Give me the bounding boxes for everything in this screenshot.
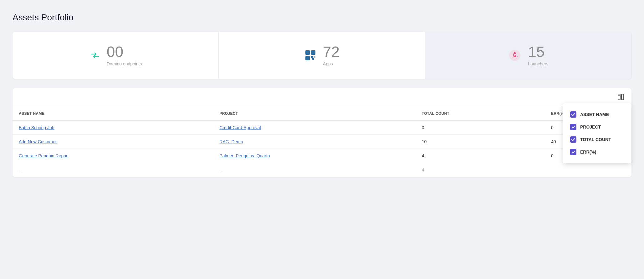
- svg-rect-16: [621, 94, 624, 100]
- dropdown-item-col-asset-name[interactable]: ASSET NAME: [569, 108, 625, 121]
- svg-rect-1: [311, 50, 315, 55]
- asset-name-link[interactable]: Batch Scoring Job: [19, 125, 54, 130]
- table-row: ......4: [13, 163, 631, 177]
- checkbox-checked-icon: [570, 124, 576, 130]
- checkbox-checked-icon: [570, 111, 576, 118]
- stat-card-apps[interactable]: 72 Apps: [219, 32, 425, 79]
- checkbox-checked-icon: [570, 149, 576, 155]
- svg-point-8: [513, 58, 514, 58]
- stat-value-domino: 00: [107, 44, 142, 59]
- project-link[interactable]: Palmer_Penguins_Quarto: [219, 153, 270, 158]
- column-selector-dropdown: ASSET NAME PROJECT TOTAL COUNT ERR(%): [563, 103, 631, 163]
- project-link[interactable]: ...: [219, 167, 223, 172]
- dropdown-item-label: TOTAL COUNT: [580, 137, 611, 142]
- dropdown-item-label: PROJECT: [580, 124, 601, 129]
- page-title: Assets Portfolio: [13, 13, 631, 23]
- svg-rect-5: [314, 56, 315, 58]
- col-header-total-count: TOTAL COUNT: [416, 107, 545, 120]
- project-link[interactable]: Credit-Card-Approval: [219, 125, 261, 130]
- table-row: Generate Penguin ReportPalmer_Penguins_Q…: [13, 149, 631, 163]
- col-header-asset-name: ASSET NAME: [13, 107, 213, 120]
- col-header-project: PROJECT: [213, 107, 415, 120]
- checkbox-checked-icon: [570, 136, 576, 143]
- stat-card-domino-endpoints[interactable]: 00 Domino endpoints: [13, 32, 219, 79]
- assets-table: ASSET NAME PROJECT TOTAL COUNT ERR(%) Ba…: [13, 107, 631, 177]
- stat-info-domino: 00 Domino endpoints: [107, 44, 142, 66]
- svg-rect-3: [312, 58, 314, 60]
- svg-rect-0: [305, 50, 310, 55]
- stat-label-apps: Apps: [323, 61, 340, 66]
- total-count-cell: 0: [416, 120, 545, 135]
- svg-point-10: [512, 56, 512, 56]
- table-header-row: ASSET NAME PROJECT TOTAL COUNT ERR(%): [13, 107, 631, 120]
- asset-name-link[interactable]: ...: [19, 167, 23, 172]
- stat-value-launchers: 15: [528, 44, 548, 59]
- arrows-icon: [89, 50, 100, 61]
- project-link[interactable]: RAG_Demo: [219, 139, 243, 144]
- svg-rect-2: [305, 56, 310, 60]
- stat-label-domino: Domino endpoints: [107, 61, 142, 66]
- stat-info-launchers: 15 Launchers: [528, 44, 548, 66]
- rocket-icon: [508, 48, 522, 62]
- svg-rect-15: [618, 94, 620, 100]
- table-section: ASSET NAME PROJECT TOTAL COUNT ERR(%) Ba…: [13, 88, 631, 177]
- dropdown-item-col-project[interactable]: PROJECT: [569, 121, 625, 133]
- err-pct-cell: [545, 163, 631, 177]
- stat-info-apps: 72 Apps: [323, 44, 340, 66]
- stat-value-apps: 72: [323, 44, 340, 59]
- total-count-cell: 10: [416, 135, 545, 149]
- svg-point-12: [514, 59, 514, 59]
- table-row: Batch Scoring JobCredit-Card-Approval00: [13, 120, 631, 135]
- stat-card-launchers[interactable]: 15 Launchers: [425, 32, 631, 79]
- apps-grid-icon: [304, 49, 317, 62]
- total-count-cell: 4: [416, 163, 545, 177]
- svg-point-9: [516, 58, 517, 59]
- total-count-cell: 4: [416, 149, 545, 163]
- dropdown-item-col-total-count[interactable]: TOTAL COUNT: [569, 133, 625, 146]
- dropdown-item-col-err-pct[interactable]: ERR(%): [569, 146, 625, 158]
- dropdown-item-label: ASSET NAME: [580, 112, 609, 117]
- svg-rect-4: [311, 56, 313, 58]
- stat-label-launchers: Launchers: [528, 61, 548, 66]
- svg-point-7: [514, 54, 516, 56]
- asset-name-link[interactable]: Generate Penguin Report: [19, 153, 69, 158]
- dropdown-item-label: ERR(%): [580, 150, 596, 155]
- asset-name-link[interactable]: Add New Customer: [19, 139, 57, 144]
- stats-container: 00 Domino endpoints 72 Apps: [13, 32, 631, 79]
- svg-point-11: [517, 56, 518, 57]
- column-toggle-button[interactable]: [615, 91, 626, 104]
- table-row: Add New CustomerRAG_Demo1040: [13, 135, 631, 149]
- table-toolbar: [13, 88, 631, 107]
